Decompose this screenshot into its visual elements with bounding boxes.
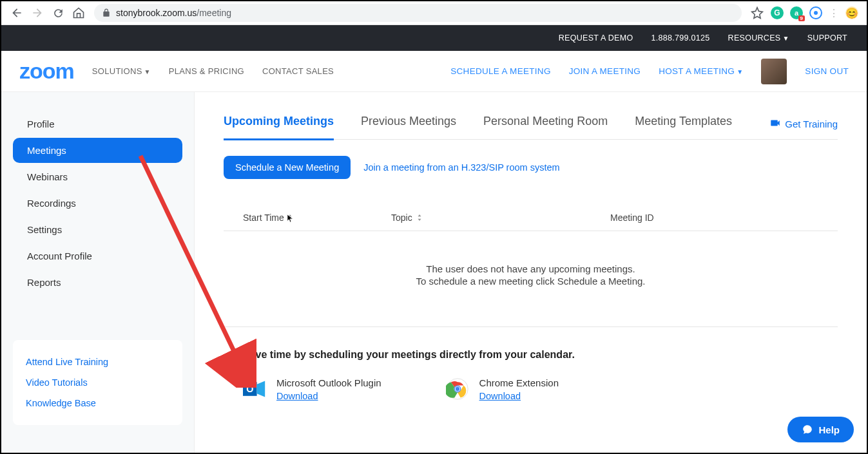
nav-contact[interactable]: CONTACT SALES [262,66,334,76]
outlook-plugin: O Microsoft Outlook Plugin Download [243,377,381,402]
main-header: zoom SOLUTIONS▼ PLANS & PRICING CONTACT … [1,51,867,92]
svg-point-5 [455,387,459,391]
outlook-download-link[interactable]: Download [276,391,318,401]
col-topic[interactable]: Topic [391,213,610,223]
profile-avatar-icon[interactable]: 😊 [845,6,858,19]
meeting-tabs: Upcoming Meetings Previous Meetings Pers… [224,115,838,140]
join-meeting-link[interactable]: JOIN A MEETING [569,66,641,76]
knowledge-base-link[interactable]: Knowledge Base [26,393,169,413]
host-meeting-dropdown[interactable]: HOST A MEETING▼ [659,66,743,76]
user-avatar[interactable] [761,59,787,84]
reload-icon[interactable] [52,6,64,19]
schedule-meeting-link[interactable]: SCHEDULE A MEETING [450,66,550,76]
browser-toolbar: stonybrook.zoom.us/meeting G a9 ⋮ 😊 [1,1,867,25]
chrome-icon [446,377,469,401]
sidebar-item-meetings[interactable]: Meetings [13,138,182,163]
empty-line-1: The user does not have any upcoming meet… [224,263,838,274]
svg-text:O: O [246,384,253,394]
extension-icon-1[interactable]: G [771,6,784,19]
sidebar-item-recordings[interactable]: Recordings [13,191,182,216]
lock-icon [102,8,111,17]
phone-link[interactable]: 1.888.799.0125 [651,33,710,43]
tab-personal-room[interactable]: Personal Meeting Room [483,115,608,140]
sidebar-resource-card: Attend Live Training Video Tutorials Kno… [13,340,182,425]
attend-training-link[interactable]: Attend Live Training [26,352,169,372]
home-icon[interactable] [72,6,85,19]
video-tutorials-link[interactable]: Video Tutorials [26,372,169,393]
nav-plans[interactable]: PLANS & PRICING [169,66,244,76]
chrome-extension: Chrome Extension Download [446,377,559,402]
camera-icon [769,117,781,131]
nav-solutions[interactable]: SOLUTIONS▼ [92,66,151,76]
request-demo-link[interactable]: REQUEST A DEMO [559,33,633,43]
meetings-table-header: Start Time Topic Meeting ID [224,205,838,231]
empty-state: The user does not have any upcoming meet… [224,231,838,327]
calendar-plugins-section: Save time by scheduling your meetings di… [224,327,838,402]
col-start-time[interactable]: Start Time [243,213,391,223]
empty-line-2: To schedule a new meeting click Schedule… [224,276,838,287]
utility-bar: REQUEST A DEMO 1.888.799.0125 RESOURCES▼… [1,25,867,51]
join-sip-link[interactable]: Join a meeting from an H.323/SIP room sy… [363,162,559,173]
chrome-download-link[interactable]: Download [479,391,521,401]
sort-icon [287,214,293,221]
chat-icon [802,424,813,435]
outlook-icon: O [243,377,266,401]
forward-icon[interactable] [31,6,44,19]
zoom-logo[interactable]: zoom [19,59,74,84]
tab-upcoming[interactable]: Upcoming Meetings [224,115,334,140]
sidebar-item-webinars[interactable]: Webinars [13,164,182,189]
sidebar-item-settings[interactable]: Settings [13,217,182,242]
extension-icon-3[interactable] [809,6,822,19]
support-link[interactable]: SUPPORT [807,33,847,43]
sidebar-item-reports[interactable]: Reports [13,270,182,295]
sign-out-link[interactable]: SIGN OUT [805,66,849,76]
col-meeting-id[interactable]: Meeting ID [610,213,818,223]
outlook-plugin-title: Microsoft Outlook Plugin [276,377,381,388]
help-button[interactable]: Help [787,417,854,442]
get-training-link[interactable]: Get Training [769,117,838,137]
back-icon[interactable] [10,6,23,19]
tab-previous[interactable]: Previous Meetings [361,115,456,140]
sidebar-item-profile[interactable]: Profile [13,111,182,137]
content-area: Upcoming Meetings Previous Meetings Pers… [195,92,867,453]
sort-icon [416,214,423,221]
resources-dropdown[interactable]: RESOURCES▼ [728,33,789,43]
save-time-heading: Save time by scheduling your meetings di… [243,349,818,361]
tab-templates[interactable]: Meeting Templates [635,115,732,140]
url-text: stonybrook.zoom.us/meeting [116,8,231,18]
sidebar: Profile Meetings Webinars Recordings Set… [1,92,195,453]
sidebar-item-account-profile[interactable]: Account Profile [13,243,182,269]
chrome-extension-title: Chrome Extension [479,377,559,388]
address-bar[interactable]: stonybrook.zoom.us/meeting [94,4,742,22]
schedule-new-meeting-button[interactable]: Schedule a New Meeting [224,156,351,179]
extension-icon-2[interactable]: a9 [790,6,803,19]
star-icon[interactable] [751,6,764,19]
